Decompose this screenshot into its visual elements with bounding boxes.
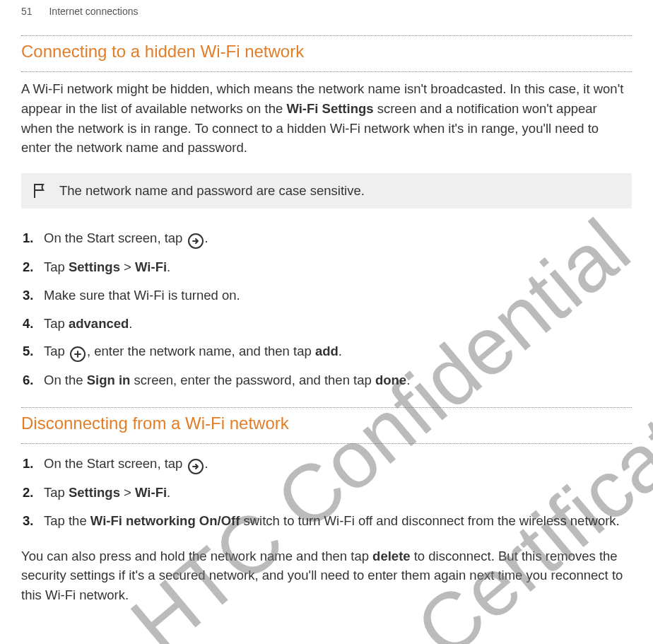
step-item: Tap advanced.	[44, 310, 632, 338]
text: On the Start screen, tap	[44, 456, 187, 471]
flag-icon	[33, 183, 47, 199]
step-item: Tap Settings > Wi-Fi.	[44, 253, 632, 281]
text: Tap	[44, 485, 69, 500]
bold-text: Wi-Fi	[135, 485, 167, 500]
bold-text: Wi-Fi	[135, 259, 167, 274]
plus-circle-icon	[70, 346, 86, 362]
callout-note: The network name and password are case s…	[21, 173, 632, 209]
section-title-disconnecting: Disconnecting from a Wi-Fi network	[21, 411, 632, 438]
page-number: 51	[21, 6, 33, 17]
text: You can also press and hold the network …	[21, 549, 372, 563]
bold-text: add	[315, 344, 339, 358]
page-header: 51 Internet connections	[0, 0, 653, 30]
bold-text: Settings	[69, 259, 120, 274]
text: >	[120, 259, 135, 274]
section-title-connecting: Connecting to a hidden Wi-Fi network	[21, 39, 632, 66]
text: .	[129, 316, 132, 331]
text: Tap the	[44, 513, 90, 528]
step-item: Tap Settings > Wi-Fi.	[44, 479, 632, 507]
bold-text: Wi-Fi Settings	[286, 101, 373, 116]
step-item: On the Start screen, tap .	[44, 224, 632, 253]
text: screen, enter the password, and then tap	[130, 373, 375, 387]
text: On the	[44, 373, 87, 387]
steps-list-connecting: On the Start screen, tap . Tap Settings …	[21, 221, 632, 402]
section-connecting: Connecting to a hidden Wi-Fi network A W…	[0, 35, 653, 402]
divider	[21, 35, 632, 36]
text: .	[167, 259, 170, 274]
text: >	[120, 485, 135, 500]
text: Make sure that Wi-Fi is turned on.	[44, 288, 240, 303]
divider	[21, 71, 632, 72]
step-item: Tap , enter the network name, and then t…	[44, 337, 632, 366]
bold-text: delete	[372, 549, 410, 563]
text: .	[406, 373, 410, 387]
text: .	[339, 344, 342, 358]
bold-text: done	[375, 373, 406, 387]
section-disconnecting: Disconnecting from a Wi-Fi network On th…	[0, 407, 653, 614]
steps-list-disconnecting: On the Start screen, tap . Tap Settings …	[21, 447, 632, 542]
bold-text: advanced	[69, 316, 129, 331]
text: switch to turn Wi-Fi off and disconnect …	[240, 513, 619, 528]
outro-paragraph: You can also press and hold the network …	[21, 542, 632, 614]
bold-text: Sign in	[87, 373, 131, 387]
arrow-right-circle-icon	[188, 233, 204, 249]
step-item: On the Sign in screen, enter the passwor…	[44, 366, 632, 394]
callout-text: The network name and password are case s…	[59, 183, 365, 199]
text: , enter the network name, and then tap	[87, 344, 315, 358]
text: .	[205, 456, 208, 471]
step-item: On the Start screen, tap .	[44, 450, 632, 479]
divider	[21, 407, 632, 408]
text: Tap	[44, 316, 69, 331]
text: .	[167, 485, 170, 500]
text: Tap	[44, 259, 69, 274]
step-item: Make sure that Wi-Fi is turned on.	[44, 281, 632, 310]
step-item: Tap the Wi-Fi networking On/Off switch t…	[44, 507, 632, 535]
text: On the Start screen, tap	[44, 230, 187, 245]
intro-paragraph: A Wi-Fi network might be hidden, which m…	[21, 75, 632, 166]
breadcrumb: Internet connections	[49, 6, 138, 17]
bold-text: Wi-Fi networking On/Off	[90, 513, 240, 528]
text: .	[205, 230, 208, 245]
text: Tap	[44, 344, 69, 358]
divider	[21, 443, 632, 444]
arrow-right-circle-icon	[188, 459, 204, 474]
bold-text: Settings	[69, 485, 120, 500]
